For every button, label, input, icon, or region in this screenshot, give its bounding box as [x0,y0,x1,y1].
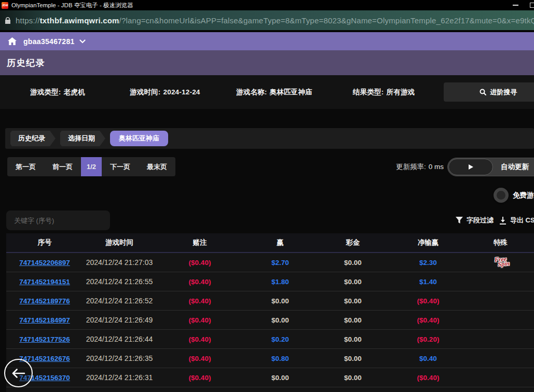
account-bar: gbaa35467281 [0,32,534,50]
table-row: 7471452156370 2024/12/24 21:26:31 ($0.40… [6,368,534,387]
search-icon [480,89,486,95]
table-body: 7471452206897 2024/12/24 21:27:03 ($0.40… [6,253,534,387]
arrow-left-icon [12,369,25,378]
bet-id-link[interactable]: 7471452177526 [6,335,83,343]
table-row: 7471452206897 2024/12/24 21:27:03 ($0.40… [6,253,534,272]
table-row: 7471452184997 2024/12/24 21:26:49 ($0.40… [6,311,534,330]
bet-amount: ($0.40) [156,335,244,343]
bet-amount: ($0.40) [156,278,244,286]
free-game-row: 免费游戏 [0,186,534,205]
history-table: 序号 游戏时间 赌注 赢 彩金 净输赢 特殊 7471452206897 202… [6,233,534,392]
address-bar[interactable]: https://txthbf.awimqwri.com/?lang=cn&hom… [0,10,534,30]
table-controls-row: 字段过滤 导出 CSV [0,210,534,231]
bet-amount: ($0.40) [156,374,244,382]
browser-titlebar: JDB OlympianTemple - JDB 夺宝电子 - 极速浏览器 [0,0,534,10]
net-amount: ($0.40) [389,297,467,305]
header-bet: 赌注 [156,238,244,247]
filter-game-type: 游戏类型:老虎机 [30,75,85,109]
lock-icon [5,17,11,24]
bet-amount: ($0.40) [156,259,244,267]
win-amount: $0.20 [244,335,317,343]
account-username[interactable]: gbaa35467281 [23,37,75,46]
prev-page-button[interactable]: 前一页 [44,157,81,176]
breadcrumb-history[interactable]: 历史纪录 [10,131,56,146]
net-amount: $2.30 [389,259,467,267]
game-time: 2024/12/24 21:26:49 [83,316,156,324]
game-time: 2024/12/24 21:26:35 [83,354,156,362]
bet-id-link[interactable]: 7471452184997 [6,316,83,324]
win-amount: $0.00 [244,297,317,305]
table-row: 7471452194151 2024/12/24 21:26:55 ($0.40… [6,272,534,291]
keyword-search-input[interactable] [6,211,110,230]
bet-amount: ($0.40) [156,316,244,324]
table-row: 7471452177526 2024/12/24 21:26:44 ($0.40… [6,330,534,349]
jackpot-amount: $0.00 [317,297,389,305]
win-amount: $2.70 [244,259,317,267]
net-amount: ($0.20) [389,335,467,343]
special-cell: FreeSpin [467,257,534,268]
browser-window: JDB OlympianTemple - JDB 夺宝电子 - 极速浏览器 ht… [0,0,534,392]
next-page-button[interactable]: 下一页 [102,157,139,176]
window-title: OlympianTemple - JDB 夺宝电子 - 极速浏览器 [11,2,133,9]
breadcrumb-game-name[interactable]: 奥林匹亚神庙 [110,131,168,146]
jackpot-amount: $0.00 [317,316,389,324]
header-special: 特殊 [467,238,534,247]
bet-id-link[interactable]: 7471452206897 [6,259,83,267]
game-time: 2024/12/24 21:26:44 [83,335,156,343]
page-title: 历史纪录 [0,50,534,75]
play-icon [469,164,473,170]
auto-refresh-toggle[interactable]: 自动更新 [447,158,534,176]
partial-row [6,387,534,392]
chevron-down-icon[interactable] [79,39,86,44]
bet-amount: ($0.40) [156,297,244,305]
filter-game-date: 游戏时间:2024-12-24 [130,75,200,109]
breadcrumb: 历史纪录 选择日期 奥林匹亚神庙 [5,128,534,149]
jackpot-amount: $0.00 [317,355,389,362]
advanced-search-button[interactable]: 进阶搜寻 [444,82,534,102]
current-page-indicator: 1/2 [81,157,102,176]
header-bet-id: 序号 [6,238,83,247]
breadcrumb-select-date[interactable]: 选择日期 [60,131,105,146]
url-domain: txthbf.awimqwri.com [40,16,119,25]
bet-amount: ($0.40) [156,355,244,362]
download-icon [499,217,506,225]
filter-summary-bar: 游戏类型:老虎机 游戏时间:2024-12-24 游戏名称:奥林匹亚神庙 结果类… [0,75,534,109]
game-time: 2024/12/24 21:26:31 [83,373,156,382]
jackpot-amount: $0.00 [317,335,389,343]
game-time: 2024/12/24 21:27:03 [83,258,156,267]
net-amount: $1.40 [389,278,467,286]
url-text: https://txthbf.awimqwri.com/?lang=cn&hom… [16,16,534,25]
filter-result-type: 结果类型:所有游戏 [353,75,415,109]
auto-refresh-label: 自动更新 [501,162,529,172]
game-time: 2024/12/24 21:26:55 [83,277,156,286]
net-amount: $0.40 [389,355,467,362]
bet-id-link[interactable]: 7471452189776 [6,297,83,305]
home-icon[interactable] [8,37,17,45]
table-row: 7471452189776 2024/12/24 21:26:52 ($0.40… [6,291,534,311]
back-button[interactable] [4,359,33,387]
jackpot-amount: $0.00 [317,259,389,267]
win-amount: $0.80 [244,355,317,362]
bet-id-link[interactable]: 7471452194151 [6,278,83,286]
funnel-icon [456,217,463,224]
header-game-time: 游戏时间 [83,238,156,247]
table-row: 7471452162676 2024/12/24 21:26:35 ($0.40… [6,349,534,368]
free-game-radio[interactable] [494,188,509,203]
minimize-button[interactable] [513,5,518,6]
first-page-button[interactable]: 第一页 [7,157,44,176]
win-amount: $0.00 [244,374,317,382]
free-spin-badge: FreeSpin [491,257,510,267]
maximize-button[interactable] [530,3,534,8]
pager: 第一页 前一页 1/2 下一页 最末页 [7,157,175,176]
win-amount: $1.80 [244,278,317,286]
last-page-button[interactable]: 最末页 [139,157,175,176]
table-header-row: 序号 游戏时间 赌注 赢 彩金 净输赢 特殊 [6,233,534,253]
export-csv-button[interactable]: 导出 CSV [499,210,534,231]
header-jackpot: 彩金 [317,238,389,247]
jdb-favicon-icon: JDB [2,2,8,9]
play-button[interactable] [448,159,493,175]
game-time: 2024/12/24 21:26:52 [83,297,156,305]
header-net: 净输赢 [389,238,467,247]
jackpot-amount: $0.00 [317,278,389,286]
field-filter-button[interactable]: 字段过滤 [456,210,494,231]
